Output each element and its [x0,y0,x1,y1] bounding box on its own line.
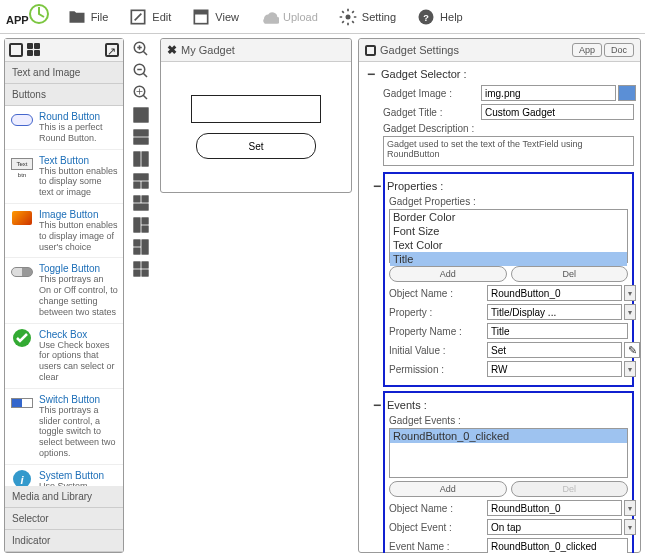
menu-upload: Upload [251,5,326,29]
cat-indicator[interactable]: Indicator [5,530,123,552]
evt-name[interactable] [487,538,628,553]
menu-edit[interactable]: Edit [120,5,179,29]
prop-add-button[interactable]: Add [389,266,507,282]
svg-rect-3 [195,10,208,14]
zoom-fit-icon[interactable] [132,84,150,102]
svg-rect-19 [134,182,140,188]
evt-del-button[interactable]: Del [511,481,629,497]
svg-rect-31 [142,262,148,268]
layout-2v-icon[interactable] [132,150,150,168]
menu-file[interactable]: File [59,5,117,29]
dropdown-icon[interactable]: ▾ [624,285,636,301]
prop-name[interactable] [487,323,628,339]
evt-add-button[interactable]: Add [389,481,507,497]
dropdown-icon[interactable]: ▾ [624,361,636,377]
svg-rect-28 [134,248,140,254]
textfield-widget[interactable] [191,95,321,123]
prop-property[interactable] [487,304,622,320]
tab-app[interactable]: App [572,43,602,57]
inspector-title: Gadget Settings [380,44,459,56]
expand-sidebar-icon[interactable]: ↗ [105,43,119,57]
svg-rect-27 [134,240,140,246]
svg-point-4 [345,14,350,19]
cat-selector[interactable]: Selector [5,508,123,530]
dropdown-icon[interactable]: ▾ [624,519,636,535]
close-icon[interactable]: ✖ [167,43,177,57]
prop-del-button[interactable]: Del [511,266,629,282]
gadget-title-input[interactable] [481,104,634,120]
zoom-in-icon[interactable] [132,40,150,58]
top-menu-bar: APPE E File Edit View Upload Setting ?He… [0,0,645,34]
widget-system-button[interactable]: iSystem ButtonUse System buttons for sta… [5,465,123,486]
collapse-icon[interactable]: − [371,399,383,411]
svg-rect-29 [142,240,148,254]
layout-1-icon[interactable] [132,106,150,124]
events-list[interactable]: RoundButton_0_clicked [389,428,628,478]
layout-4-icon[interactable] [132,260,150,278]
widget-checkbox[interactable]: Check BoxUse Check boxes for options tha… [5,324,123,389]
gadget-desc-input[interactable]: Gadget used to set the text of the TextF… [383,136,634,166]
svg-rect-17 [142,152,148,166]
svg-rect-23 [134,204,148,210]
svg-rect-15 [134,138,148,144]
menu-setting[interactable]: Setting [330,5,404,29]
set-button[interactable]: Set [196,133,316,159]
svg-rect-14 [134,130,148,136]
widget-text-button[interactable]: Text btnText ButtonThis button enables t… [5,150,123,204]
canvas-panel: ✖My Gadget Set [160,38,352,193]
widget-round-button[interactable]: Round ButtonThis is a perfect Round Butt… [5,106,123,150]
edit-icon[interactable]: ✎ [624,342,640,358]
widget-switch-button[interactable]: Switch ButtonThis portrays a slider cont… [5,389,123,465]
cat-media[interactable]: Media and Library [5,486,123,508]
svg-rect-16 [134,152,140,166]
widget-sidebar: ↗ Text and Image Buttons Round ButtonThi… [4,38,124,553]
svg-rect-32 [134,270,140,276]
layout-3b-icon[interactable] [132,194,150,212]
menu-view[interactable]: View [183,5,247,29]
svg-rect-22 [142,196,148,202]
settings-icon [365,45,376,56]
layout-grid-icon[interactable] [27,43,41,57]
layout-single-icon[interactable] [9,43,23,57]
svg-rect-24 [134,218,140,232]
collapse-icon[interactable]: − [365,68,377,80]
tab-doc[interactable]: Doc [604,43,634,57]
layout-3d-icon[interactable] [132,238,150,256]
inspector-panel: Gadget Settings AppDoc −Gadget Selector … [358,38,641,553]
prop-initial-value[interactable] [487,342,622,358]
svg-rect-33 [142,270,148,276]
prop-permission[interactable] [487,361,622,377]
canvas-title: My Gadget [181,44,235,56]
app-logo: APPE E [6,4,49,29]
svg-rect-26 [142,226,148,232]
gadget-image-input[interactable] [481,85,616,101]
menu-help[interactable]: ?Help [408,5,471,29]
tool-rail [126,34,156,557]
layout-3c-icon[interactable] [132,216,150,234]
zoom-out-icon[interactable] [132,62,150,80]
evt-object-event[interactable] [487,519,622,535]
svg-rect-18 [134,174,148,180]
collapse-icon[interactable]: − [371,180,383,192]
svg-rect-20 [142,182,148,188]
cat-text-image[interactable]: Text and Image [5,62,123,84]
widget-toggle-button[interactable]: Toggle ButtonThis portrays an On or Off … [5,258,123,323]
svg-text:?: ? [423,13,429,23]
svg-rect-30 [134,262,140,268]
svg-rect-21 [134,196,140,202]
layout-2h-icon[interactable] [132,128,150,146]
properties-list[interactable]: Border Color Font Size Text Color Title [389,209,628,263]
svg-rect-13 [134,108,148,122]
cat-buttons[interactable]: Buttons [5,84,123,106]
dropdown-icon[interactable]: ▾ [624,500,636,516]
evt-object-name[interactable] [487,500,622,516]
pick-image-button[interactable] [618,85,636,101]
layout-3a-icon[interactable] [132,172,150,190]
svg-rect-25 [142,218,148,224]
dropdown-icon[interactable]: ▾ [624,304,636,320]
widget-image-button[interactable]: Image ButtonThis button enables to displ… [5,204,123,258]
prop-object-name[interactable] [487,285,622,301]
